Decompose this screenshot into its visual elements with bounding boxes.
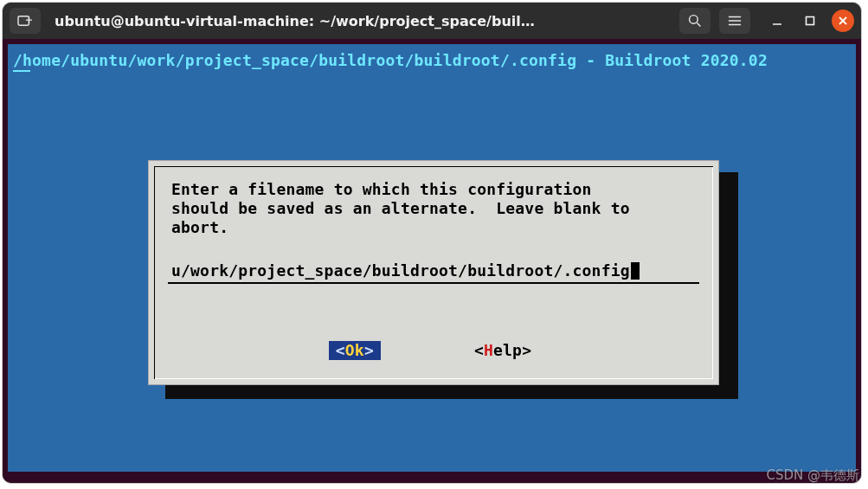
text-cursor (631, 262, 640, 280)
maximize-icon (805, 16, 815, 26)
config-path-line: /home/ubuntu/work/project_space/buildroo… (13, 51, 768, 70)
menuconfig-screen: /home/ubuntu/work/project_space/buildroo… (8, 44, 856, 472)
ok-hotkey: O (345, 341, 355, 360)
dialog-prompt: Enter a filename to which this configura… (171, 180, 698, 237)
svg-line-4 (697, 23, 700, 26)
ok-bracket-left: < (336, 341, 345, 360)
search-button[interactable] (679, 8, 710, 34)
close-icon (838, 16, 848, 26)
ok-bracket-right: > (364, 341, 374, 360)
help-hotkey: H (484, 341, 493, 360)
ok-button[interactable]: < Ok > (329, 341, 381, 360)
minimize-icon (772, 16, 782, 26)
help-bracket-right: > (522, 341, 531, 360)
new-tab-button[interactable] (10, 8, 41, 34)
filename-input[interactable]: u/work/project_space/buildroot/buildroot… (171, 261, 698, 280)
menu-icon (728, 15, 742, 27)
titlebar: ubuntu@ubuntu-virtual-machine: ~/work/pr… (3, 3, 861, 39)
help-button[interactable]: < Help > (467, 341, 538, 360)
maximize-button[interactable] (799, 10, 821, 32)
terminal-body[interactable]: /home/ubuntu/work/project_space/buildroo… (3, 39, 861, 483)
path-underline (13, 70, 30, 72)
close-button[interactable] (832, 10, 854, 32)
ok-rest: k (355, 341, 364, 360)
svg-rect-0 (18, 16, 29, 26)
save-dialog: Enter a filename to which this configura… (148, 160, 719, 385)
input-underline (168, 282, 699, 284)
search-icon (688, 14, 702, 28)
menu-button[interactable] (719, 8, 750, 34)
dialog-buttons: < Ok > < Help > (149, 341, 718, 360)
svg-rect-9 (807, 17, 814, 25)
window-title: ubuntu@ubuntu-virtual-machine: ~/work/pr… (49, 13, 671, 29)
svg-point-3 (690, 16, 698, 24)
help-rest: elp (493, 341, 522, 360)
new-tab-icon (17, 14, 33, 28)
minimize-button[interactable] (766, 10, 788, 32)
filename-input-value: u/work/project_space/buildroot/buildroot… (171, 261, 630, 280)
terminal-window: ubuntu@ubuntu-virtual-machine: ~/work/pr… (3, 3, 861, 483)
help-bracket-left: < (474, 341, 484, 360)
window-controls (766, 10, 854, 32)
watermark: CSDN @韦德斯 (766, 467, 859, 484)
